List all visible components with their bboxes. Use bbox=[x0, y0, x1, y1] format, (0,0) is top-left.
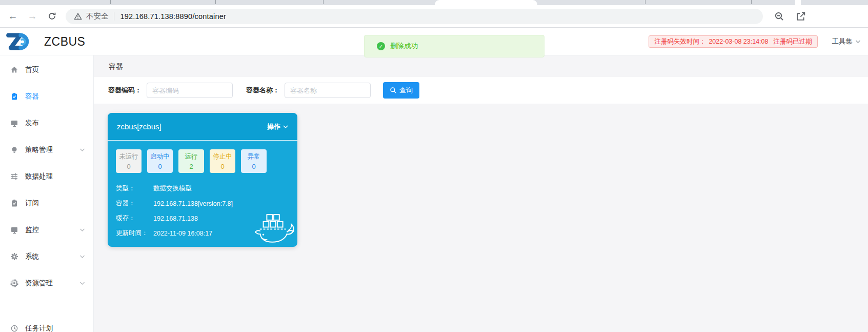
strategy-bulb-icon bbox=[10, 146, 18, 154]
detail-row-type: 类型： 数据交换模型 bbox=[116, 181, 290, 196]
chevron-down-icon bbox=[79, 148, 85, 152]
sidebar-item-label: 系统 bbox=[25, 252, 39, 261]
license-expired-text: 注册码已过期 bbox=[774, 37, 812, 46]
container-card-body: 未运行 0 启动中 0 运行 2 停止中 0 bbox=[108, 140, 297, 247]
sidebar-item-subscribe[interactable]: 订阅 bbox=[0, 190, 93, 217]
container-code-input[interactable] bbox=[147, 83, 233, 98]
container-name-input[interactable] bbox=[285, 83, 371, 98]
tab-separator bbox=[215, 0, 216, 4]
reload-icon[interactable] bbox=[45, 10, 58, 23]
browser-toolbar: ← → 不安全 192.168.71.138:8890/container bbox=[0, 5, 868, 28]
chevron-down-icon bbox=[79, 228, 85, 232]
zcbus-logo-icon bbox=[6, 32, 37, 51]
status-chip-abnormal: 异常 0 bbox=[241, 149, 267, 173]
status-value: 2 bbox=[189, 163, 193, 170]
sidebar-item-label: 数据处理 bbox=[25, 172, 53, 181]
sidebar-item-label: 监控 bbox=[25, 225, 39, 235]
success-toast: ✓ 删除成功 bbox=[364, 35, 544, 57]
sidebar-item-container[interactable]: 容器 bbox=[0, 83, 93, 110]
chevron-down-icon bbox=[79, 255, 85, 259]
detail-value: 192.168.71.138 bbox=[153, 215, 198, 222]
status-value: 0 bbox=[127, 163, 130, 170]
sidebar-item-clipped[interactable]: 任务计划 bbox=[0, 315, 93, 332]
card-action-label: 操作 bbox=[267, 122, 280, 131]
address-bar[interactable]: 不安全 192.168.71.138:8890/container bbox=[66, 9, 763, 24]
status-label: 运行 bbox=[185, 152, 198, 161]
sidebar-item-system[interactable]: 系统 bbox=[0, 243, 93, 270]
status-chip-running: 运行 2 bbox=[178, 149, 204, 173]
success-check-icon: ✓ bbox=[377, 42, 385, 50]
sidebar-item-label: 首页 bbox=[25, 65, 39, 74]
container-card-title: zcbus[zcbus] bbox=[117, 122, 162, 131]
container-card: zcbus[zcbus] 操作 未运行 0 启动中 0 bbox=[108, 113, 297, 247]
home-icon bbox=[10, 66, 18, 74]
license-status-badge: 注册码失效时间： 2022-03-08 23:14:08 注册码已过期 bbox=[649, 35, 817, 48]
sidebar-item-label: 容器 bbox=[25, 92, 39, 101]
filter-bar: 容器编码： 容器名称： 查询 bbox=[94, 77, 868, 104]
monitor-icon bbox=[10, 226, 18, 234]
status-label: 停止中 bbox=[213, 152, 232, 161]
forward-icon[interactable]: → bbox=[26, 10, 39, 23]
sidebar: 首页 容器 发布 策略管理 数据处 bbox=[0, 55, 94, 332]
chevron-down-icon bbox=[855, 40, 861, 44]
status-value: 0 bbox=[158, 163, 162, 170]
sidebar-item-resources[interactable]: 资源管理 bbox=[0, 270, 93, 297]
sidebar-item-publish[interactable]: 发布 bbox=[0, 110, 93, 136]
page-title: 容器 bbox=[109, 62, 123, 71]
clock-icon bbox=[10, 324, 18, 332]
brand: ZCBUS bbox=[6, 32, 85, 51]
tab-separator bbox=[751, 0, 752, 4]
sidebar-item-data-processing[interactable]: 数据处理 bbox=[0, 163, 93, 190]
status-label: 未运行 bbox=[119, 152, 138, 161]
security-warning-label: 不安全 bbox=[86, 11, 109, 21]
search-button[interactable]: 查询 bbox=[383, 82, 419, 99]
resource-chip-icon bbox=[10, 279, 18, 287]
sidebar-item-label: 资源管理 bbox=[25, 279, 53, 288]
toast-message: 删除成功 bbox=[390, 42, 418, 51]
status-value: 0 bbox=[252, 163, 255, 170]
active-tab[interactable] bbox=[435, 0, 537, 5]
sidebar-item-strategy[interactable]: 策略管理 bbox=[0, 136, 93, 163]
url-divider bbox=[114, 12, 114, 21]
back-icon[interactable]: ← bbox=[6, 10, 19, 23]
url-text[interactable]: 192.168.71.138:8890/container bbox=[120, 12, 227, 21]
brand-name: ZCBUS bbox=[44, 35, 85, 49]
sidebar-item-label: 策略管理 bbox=[25, 145, 53, 154]
status-chip-not-running: 未运行 0 bbox=[116, 149, 142, 173]
status-label: 启动中 bbox=[150, 152, 170, 161]
container-clipboard-icon bbox=[10, 92, 18, 101]
detail-value: 2022-11-09 16:08:17 bbox=[153, 230, 212, 237]
docker-whale-icon bbox=[255, 214, 295, 245]
sidebar-item-monitoring[interactable]: 监控 bbox=[0, 217, 93, 243]
publish-monitor-icon bbox=[10, 119, 18, 127]
card-action-menu[interactable]: 操作 bbox=[267, 122, 288, 131]
detail-value: 数据交换模型 bbox=[153, 184, 192, 193]
browser-tab-strip[interactable] bbox=[0, 0, 868, 5]
toolset-label: 工具集 bbox=[832, 37, 853, 46]
chevron-down-icon bbox=[283, 125, 288, 129]
sidebar-item-label: 任务计划 bbox=[25, 324, 53, 332]
sidebar-item-label: 订阅 bbox=[25, 199, 39, 208]
status-label: 异常 bbox=[248, 152, 260, 161]
subscribe-clipboard-icon bbox=[10, 199, 18, 207]
tab-separator bbox=[110, 0, 111, 4]
container-code-label: 容器编码： bbox=[108, 86, 142, 95]
toolset-menu[interactable]: 工具集 bbox=[832, 37, 861, 46]
container-card-header: zcbus[zcbus] 操作 bbox=[108, 113, 297, 140]
search-button-label: 查询 bbox=[399, 86, 413, 95]
chevron-down-icon bbox=[79, 281, 85, 285]
sidebar-item-label: 发布 bbox=[25, 119, 39, 128]
sidebar-item-home[interactable]: 首页 bbox=[0, 56, 93, 83]
detail-value: 192.168.71.138[version:7.8] bbox=[153, 200, 233, 207]
detail-label: 缓存： bbox=[116, 214, 153, 223]
zoom-out-icon[interactable] bbox=[774, 11, 784, 22]
detail-label: 更新时间： bbox=[116, 229, 153, 238]
share-icon[interactable] bbox=[796, 11, 806, 22]
license-expire-time: 2022-03-08 23:14:08 bbox=[709, 38, 768, 45]
tab-separator bbox=[645, 0, 645, 4]
status-chip-stopping: 停止中 0 bbox=[210, 149, 235, 173]
warning-triangle-icon bbox=[74, 12, 82, 21]
detail-label: 容器： bbox=[116, 199, 153, 208]
tab-gap bbox=[795, 0, 801, 5]
status-chips: 未运行 0 启动中 0 运行 2 停止中 0 bbox=[116, 149, 290, 173]
